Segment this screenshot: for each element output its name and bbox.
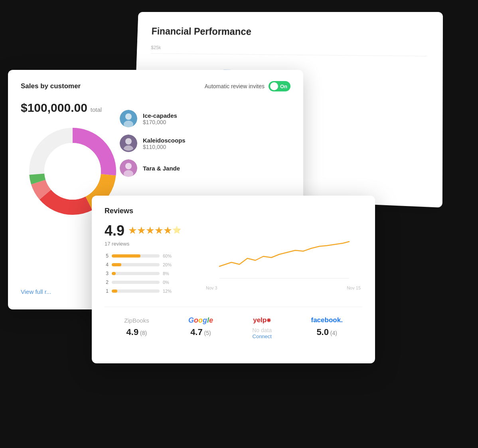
rating-bar-fill: [112, 254, 140, 258]
rating-bar-pct: 8%: [163, 271, 174, 276]
reviews-count: 17 reviews: [105, 241, 192, 247]
chart-x-end: Nov 15: [347, 285, 361, 290]
rating-bar-track: [112, 254, 160, 258]
rating-bar-track: [112, 281, 160, 284]
google-rating-row: 4.7 (5): [188, 327, 213, 337]
source-zipbooks: ZipBooks4.9 (8): [124, 315, 149, 339]
rating-bar-row: 560%: [105, 253, 192, 259]
chart-x-labels: Nov 3 Nov 15: [204, 285, 362, 290]
sales-title: Sales by customer: [21, 82, 81, 90]
half-star-icon: ⭐: [172, 226, 181, 236]
reviews-title: Reviews: [105, 207, 362, 215]
rating-bar-fill: [112, 289, 117, 293]
google-logo: Google: [188, 316, 213, 325]
source-count: (4): [329, 330, 337, 336]
rating-bars: 560%420%38%20%112%: [105, 253, 192, 294]
full-star-icon: ★: [155, 226, 163, 236]
source-count: (8): [138, 330, 147, 336]
rating-bar-fill: [112, 263, 121, 266]
customer-info: Tara & Jande: [143, 165, 180, 172]
no-data-label: No data: [252, 327, 272, 333]
reviews-sources: ZipBooks4.9 (8) Google 4.7 (5)yelp❋No da…: [105, 307, 362, 339]
reviews-card: Reviews 4.9 ★★★★★⭐ 17 reviews 560%420%38…: [92, 196, 375, 363]
customer-avatar: [120, 110, 137, 127]
rating-bar-number: 5: [105, 253, 109, 259]
zipbooks-rating-row: 4.9 (8): [124, 327, 149, 337]
source-rating: 5.0: [316, 327, 329, 337]
customer-name: Kaleidoscoops: [143, 137, 186, 144]
rating-display: 4.9 ★★★★★⭐: [105, 222, 192, 239]
rating-bar-number: 2: [105, 280, 109, 285]
toggle-text: On: [280, 83, 287, 89]
chart-x-start: Nov 3: [206, 285, 217, 290]
chart-divider: [151, 53, 427, 56]
total-amount: $100,000.00: [21, 101, 87, 115]
yelp-rating-row: No dataConnect: [252, 327, 272, 339]
y-axis-label: $25k: [151, 45, 427, 53]
customer-item: Kaleidoscoops$110,000: [120, 135, 186, 152]
rating-bar-row: 20%: [105, 280, 192, 285]
yelp-logo: yelp❋: [252, 315, 272, 325]
connect-link[interactable]: Connect: [252, 333, 272, 339]
rating-bar-pct: 0%: [163, 280, 174, 285]
auto-review-label: Automatic review invites: [205, 83, 265, 89]
rating-bar-row: 112%: [105, 288, 192, 294]
svg-point-11: [125, 138, 132, 145]
customer-amount: $170,000: [143, 119, 177, 125]
svg-point-8: [125, 113, 132, 120]
source-google: Google 4.7 (5): [188, 315, 213, 339]
financial-title: Financial Performance: [151, 26, 427, 39]
full-star-icon: ★: [128, 226, 136, 236]
source-rating: 4.7: [190, 327, 203, 337]
zipbooks-text: ZipBooks: [124, 317, 149, 324]
source-yelp: yelp❋No dataConnect: [252, 315, 272, 339]
auto-review-controls: Automatic review invites On: [205, 81, 290, 91]
rating-bar-number: 4: [105, 262, 109, 268]
source-count: (5): [203, 330, 211, 336]
rating-bar-row: 420%: [105, 262, 192, 268]
svg-point-6: [44, 143, 101, 200]
line-chart-svg: [204, 222, 362, 282]
rating-bar-pct: 12%: [163, 289, 174, 293]
stars-row: ★★★★★⭐: [128, 226, 181, 236]
total-sub-label: total: [91, 106, 102, 113]
google-logo: Google: [188, 315, 213, 325]
view-full-link[interactable]: View full r...: [21, 288, 51, 295]
customer-name: Tara & Jande: [143, 165, 180, 172]
customer-list: Ice-capades$170,000Kaleidoscoops$110,000…: [120, 110, 186, 177]
zipbooks-logo: ZipBooks: [124, 315, 149, 325]
source-facebook: facebook.5.0 (4): [311, 315, 343, 339]
auto-review-toggle[interactable]: On: [269, 81, 290, 91]
rating-bar-track: [112, 272, 160, 275]
rating-bar-pct: 20%: [163, 262, 174, 267]
rating-number: 4.9: [105, 222, 124, 239]
facebook-rating-row: 5.0 (4): [311, 327, 343, 337]
rating-bar-number: 3: [105, 271, 109, 276]
reviews-left-panel: 4.9 ★★★★★⭐ 17 reviews 560%420%38%20%112%: [105, 222, 192, 297]
reviews-main: 4.9 ★★★★★⭐ 17 reviews 560%420%38%20%112%…: [105, 222, 362, 297]
svg-point-15: [125, 163, 132, 169]
rating-bar-track: [112, 263, 160, 266]
rating-bar-number: 1: [105, 288, 109, 294]
facebook-logo: facebook.: [311, 316, 343, 324]
facebook-logo: facebook.: [311, 315, 343, 325]
customer-info: Ice-capades$170,000: [143, 112, 177, 125]
rating-bar-pct: 60%: [163, 254, 174, 258]
source-rating: 4.9: [126, 327, 139, 337]
full-star-icon: ★: [137, 226, 145, 236]
rating-bar-track: [112, 289, 160, 293]
customer-avatar: [120, 135, 137, 152]
customer-amount: $110,000: [143, 144, 186, 150]
full-star-icon: ★: [146, 226, 154, 236]
sales-header: Sales by customer Automatic review invit…: [21, 81, 290, 91]
rating-bar-row: 38%: [105, 271, 192, 276]
customer-info: Kaleidoscoops$110,000: [143, 137, 186, 150]
customer-avatar: [120, 159, 137, 177]
yelp-logo: yelp❋: [253, 316, 271, 324]
full-star-icon: ★: [164, 226, 172, 236]
customer-item: Tara & Jande: [120, 159, 186, 177]
customer-name: Ice-capades: [143, 112, 177, 119]
reviews-chart: Nov 3 Nov 15: [204, 222, 362, 297]
customer-item: Ice-capades$170,000: [120, 110, 186, 127]
rating-bar-fill: [112, 272, 116, 275]
